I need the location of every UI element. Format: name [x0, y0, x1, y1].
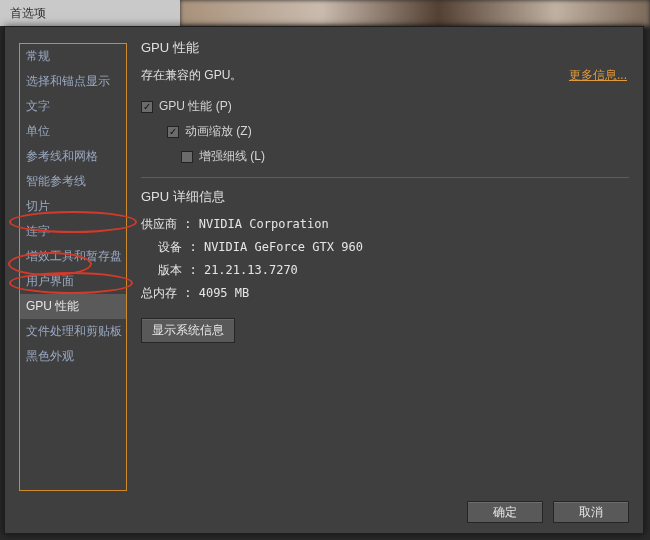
compat-message: 存在兼容的 GPU。	[141, 67, 629, 84]
check-icon: ✓	[141, 101, 153, 113]
memory-value: 4095 MB	[199, 286, 250, 300]
check-icon: ✓	[167, 126, 179, 138]
dialog-title: 首选项	[0, 0, 650, 26]
section-title-gpu-details: GPU 详细信息	[141, 188, 629, 206]
dialog-footer: 确定 取消	[467, 501, 629, 523]
section-title-gpu: GPU 性能	[141, 39, 629, 57]
version-value: 21.21.13.7270	[204, 263, 298, 277]
sidebar-item-guides-grid[interactable]: 参考线和网格	[20, 144, 126, 169]
gpu-vendor-row: 供应商 : NVIDIA Corporation	[141, 216, 629, 233]
sidebar-item-general[interactable]: 常规	[20, 44, 126, 69]
sidebar-item-ui[interactable]: 用户界面	[20, 269, 126, 294]
sidebar-item-slices[interactable]: 切片	[20, 194, 126, 219]
sidebar-item-plugins-scratch[interactable]: 增效工具和暂存盘	[20, 244, 126, 269]
cancel-button[interactable]: 取消	[553, 501, 629, 523]
device-label: 设备 :	[158, 240, 196, 254]
preferences-dialog: 常规 选择和锚点显示 文字 单位 参考线和网格 智能参考线 切片 连字 增效工具…	[4, 26, 644, 534]
vendor-label: 供应商 :	[141, 217, 191, 231]
checkbox-label: 动画缩放 (Z)	[185, 123, 252, 140]
sidebar-item-units[interactable]: 单位	[20, 119, 126, 144]
checkbox-label: 增强细线 (L)	[199, 148, 265, 165]
device-value: NVIDIA GeForce GTX 960	[204, 240, 363, 254]
check-icon	[181, 151, 193, 163]
checkbox-gpu-performance[interactable]: ✓ GPU 性能 (P)	[141, 98, 629, 115]
version-label: 版本 :	[158, 263, 196, 277]
sidebar-item-selection-anchor[interactable]: 选择和锚点显示	[20, 69, 126, 94]
sidebar-item-black-appearance[interactable]: 黑色外观	[20, 344, 126, 369]
sidebar-item-hyphenation[interactable]: 连字	[20, 219, 126, 244]
ok-button[interactable]: 确定	[467, 501, 543, 523]
more-info-link[interactable]: 更多信息...	[569, 67, 627, 84]
show-system-info-button[interactable]: 显示系统信息	[141, 318, 235, 343]
main-panel: GPU 性能 存在兼容的 GPU。 更多信息... ✓ GPU 性能 (P) ✓…	[141, 39, 629, 483]
memory-label: 总内存 :	[141, 286, 191, 300]
checkbox-enhance-thin-lines[interactable]: 增强细线 (L)	[181, 148, 629, 165]
checkbox-animated-zoom[interactable]: ✓ 动画缩放 (Z)	[167, 123, 629, 140]
sidebar-item-type[interactable]: 文字	[20, 94, 126, 119]
sidebar-item-smart-guides[interactable]: 智能参考线	[20, 169, 126, 194]
gpu-memory-row: 总内存 : 4095 MB	[141, 285, 629, 302]
sidebar-item-gpu-performance[interactable]: GPU 性能	[20, 294, 126, 319]
checkbox-label: GPU 性能 (P)	[159, 98, 232, 115]
divider	[141, 177, 629, 178]
dialog-content: 常规 选择和锚点显示 文字 单位 参考线和网格 智能参考线 切片 连字 增效工具…	[19, 37, 629, 483]
category-sidebar: 常规 选择和锚点显示 文字 单位 参考线和网格 智能参考线 切片 连字 增效工具…	[19, 43, 127, 491]
gpu-version-row: 版本 : 21.21.13.7270	[141, 262, 629, 279]
vendor-value: NVIDIA Corporation	[199, 217, 329, 231]
gpu-device-row: 设备 : NVIDIA GeForce GTX 960	[141, 239, 629, 256]
sidebar-item-file-clipboard[interactable]: 文件处理和剪贴板	[20, 319, 126, 344]
